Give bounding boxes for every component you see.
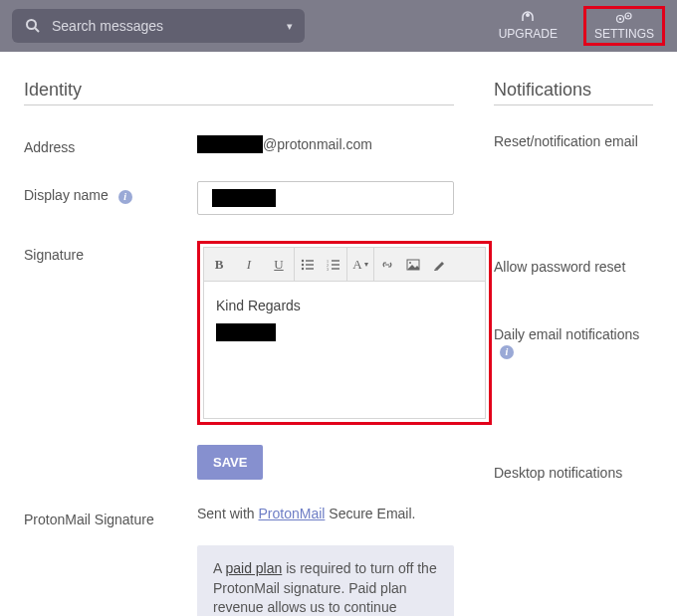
- svg-point-6: [627, 15, 629, 17]
- address-row: Address @protonmail.com: [24, 133, 454, 155]
- svg-line-1: [35, 28, 39, 32]
- pm-signature-row: ProtonMail Signature Sent with ProtonMai…: [24, 506, 454, 616]
- settings-label: SETTINGS: [594, 27, 654, 41]
- svg-text:3: 3: [327, 267, 329, 271]
- link-button[interactable]: [374, 248, 400, 281]
- svg-point-20: [409, 262, 411, 264]
- upgrade-icon: [519, 11, 537, 25]
- allow-reset-label: Allow password reset: [494, 259, 653, 275]
- daily-notif-label: Daily email notifications i: [494, 326, 653, 359]
- save-button[interactable]: SAVE: [197, 445, 263, 480]
- svg-point-4: [619, 18, 621, 20]
- svg-rect-14: [332, 260, 339, 261]
- signature-label: Signature: [24, 241, 197, 480]
- address-redacted: [197, 135, 263, 153]
- svg-point-9: [302, 263, 304, 265]
- info-icon[interactable]: i: [500, 345, 514, 359]
- protonmail-link[interactable]: ProtonMail: [258, 506, 325, 521]
- signature-row: Signature B I U: [24, 241, 454, 480]
- svg-rect-8: [306, 260, 314, 261]
- search-box[interactable]: ▾: [12, 9, 305, 43]
- svg-point-0: [27, 20, 36, 29]
- paid-plan-callout: A paid plan is required to turn off the …: [197, 545, 454, 616]
- bold-button[interactable]: B: [204, 248, 234, 281]
- display-name-row: Display name i: [24, 181, 454, 215]
- bullet-list-button[interactable]: [295, 248, 321, 281]
- image-button[interactable]: [400, 248, 426, 281]
- clear-format-button[interactable]: [426, 248, 452, 281]
- signature-text: Kind Regards: [216, 298, 473, 313]
- pm-sig-text: Sent with ProtonMail Secure Email.: [197, 506, 454, 521]
- reset-email-label: Reset/notification email: [494, 133, 653, 149]
- editor-toolbar: B I U 123 A▾: [203, 247, 486, 282]
- pm-sig-label: ProtonMail Signature: [24, 506, 197, 616]
- svg-rect-12: [306, 268, 314, 269]
- search-icon: [24, 18, 42, 34]
- underline-button[interactable]: U: [264, 248, 294, 281]
- signature-textarea[interactable]: Kind Regards: [203, 282, 486, 419]
- svg-rect-18: [332, 268, 339, 269]
- svg-point-7: [302, 259, 304, 261]
- settings-nav[interactable]: SETTINGS: [583, 6, 665, 46]
- identity-title: Identity: [24, 80, 454, 105]
- notifications-title: Notifications: [494, 80, 653, 105]
- address-domain: @protonmail.com: [263, 136, 372, 152]
- search-input[interactable]: [52, 18, 277, 34]
- paid-plan-link[interactable]: paid plan: [225, 560, 282, 576]
- font-color-button[interactable]: A▾: [347, 248, 373, 281]
- ordered-list-button[interactable]: 123: [321, 248, 346, 281]
- gears-icon: [614, 11, 634, 25]
- desktop-notif-label: Desktop notifications: [494, 465, 653, 481]
- svg-rect-16: [332, 264, 339, 265]
- chevron-down-icon[interactable]: ▾: [287, 20, 293, 33]
- signature-editor: B I U 123 A▾: [197, 241, 492, 425]
- display-name-input[interactable]: [197, 181, 454, 215]
- upgrade-nav[interactable]: UPGRADE: [489, 7, 567, 45]
- italic-button[interactable]: I: [234, 248, 264, 281]
- address-label: Address: [24, 133, 197, 155]
- svg-point-2: [526, 13, 530, 17]
- signature-redacted: [216, 323, 276, 341]
- display-name-label: Display name i: [24, 181, 197, 215]
- svg-rect-10: [306, 264, 314, 265]
- info-icon[interactable]: i: [118, 190, 132, 204]
- display-name-redacted: [212, 189, 276, 207]
- svg-point-11: [302, 267, 304, 269]
- upgrade-label: UPGRADE: [499, 27, 558, 41]
- topbar: ▾ UPGRADE SETTINGS: [0, 0, 677, 52]
